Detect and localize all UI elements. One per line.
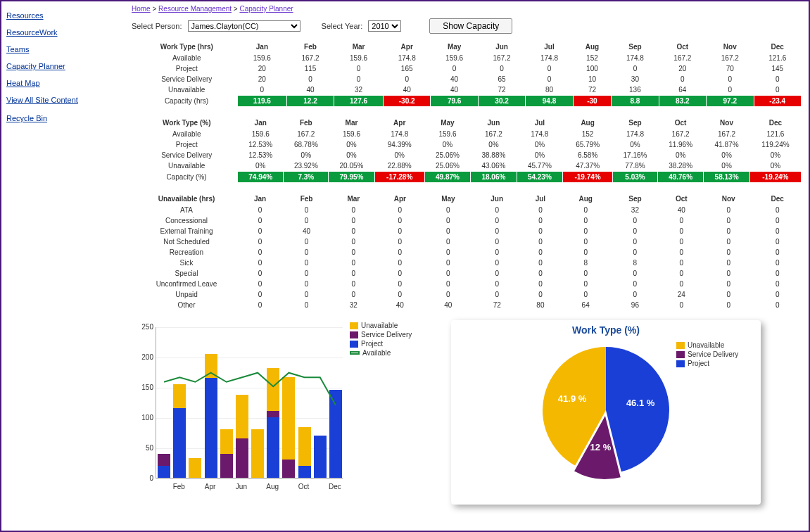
cell: 30	[612, 74, 659, 84]
cell: 0	[474, 236, 521, 247]
crumb-cp[interactable]: Capacity Planner	[239, 5, 293, 13]
capacity-row: Capacity (%)74.94%7.3%79.95%-17.28%49.87…	[132, 172, 802, 183]
cell: 10	[573, 74, 611, 84]
capacity-row: Capacity (hrs)119.612.2127.6-30.279.630.…	[132, 96, 802, 107]
month-header: Nov	[707, 41, 754, 53]
capacity-cell: 49.76%	[657, 172, 703, 183]
row-label: Not Scheduled	[132, 236, 237, 247]
table-title: Unavailable (hrs)	[132, 193, 237, 205]
table-work-type-pct: Work Type (%)JanFebMarAprMayJunJulAugSep…	[132, 117, 802, 183]
cell: 0	[659, 258, 704, 268]
nav-resources[interactable]: Resources	[5, 8, 121, 23]
cell: 0	[330, 226, 377, 236]
cell: 0	[283, 279, 330, 289]
cell: 0	[659, 74, 706, 84]
cell: 0%	[749, 160, 801, 172]
cell: 0	[521, 215, 561, 226]
nav-recycle-bin[interactable]: Recycle Bin	[5, 111, 121, 125]
capacity-cell: 5.03%	[613, 172, 658, 183]
cell: 0	[423, 258, 474, 268]
crumb-home[interactable]: Home	[132, 5, 151, 13]
capacity-cell: 94.8	[526, 96, 573, 107]
cell: 0	[474, 226, 521, 236]
x-label: Oct	[296, 483, 312, 490]
cell: 0	[237, 279, 283, 289]
crumb-rm[interactable]: Resource Management	[158, 5, 232, 13]
cell: 64	[560, 300, 611, 310]
capacity-cell: 97.2	[707, 96, 754, 107]
cell: 0	[237, 215, 283, 226]
cell: 0	[283, 215, 330, 226]
capacity-cell: 12.2	[286, 96, 334, 107]
x-label: Apr	[202, 483, 219, 490]
row-label: Concessional	[132, 215, 237, 226]
table-row: External Training0400000000000	[132, 226, 802, 236]
cell: 0	[283, 300, 330, 310]
month-header: Jul	[521, 193, 561, 205]
row-label: Unavailable	[132, 84, 238, 96]
nav-heat-map[interactable]: Heat Map	[5, 76, 121, 90]
cell: 0	[611, 236, 659, 247]
month-header: Mar	[329, 117, 374, 129]
month-header: Aug	[573, 41, 611, 53]
breadcrumb: Home > Resource Management > Capacity Pl…	[132, 5, 802, 13]
cell: 0	[474, 289, 521, 300]
cell: 152	[573, 53, 611, 63]
cell: 0	[659, 300, 704, 310]
table-row: Project12.53%68.78%0%94.39%0%0%0%65.79%0…	[132, 139, 802, 150]
cell: 0	[753, 236, 802, 247]
cell: 0	[330, 247, 377, 258]
person-select[interactable]: James.Clayton(CC)	[188, 20, 300, 32]
cell: 0	[753, 279, 802, 289]
cell: 159.6	[334, 53, 384, 63]
cell: 20	[238, 63, 287, 74]
cell: 121.6	[754, 53, 802, 63]
cell: 41.87%	[704, 139, 749, 150]
nav-capacity-planner[interactable]: Capacity Planner	[5, 59, 121, 73]
cell: 0	[474, 279, 521, 289]
cell: 174.8	[374, 129, 424, 139]
x-label: Jun	[233, 483, 250, 490]
cell: 0%	[424, 139, 470, 150]
table-row: Unconfirmed Leave000000000000	[132, 279, 802, 289]
cell: 0	[377, 279, 423, 289]
cell: 0	[704, 205, 753, 215]
capacity-cell: 79.6	[431, 96, 478, 107]
cell: 80	[526, 84, 573, 96]
show-capacity-button[interactable]: Show Capacity	[429, 18, 512, 34]
row-label: External Training	[132, 226, 237, 236]
cell: 167.2	[286, 53, 334, 63]
cell: 159.6	[431, 53, 478, 63]
table-row: Special000000000000	[132, 268, 802, 279]
row-label: Service Delivery	[132, 74, 238, 84]
month-header: Nov	[704, 117, 749, 129]
table-row: Service Delivery20000406501030000	[132, 74, 802, 84]
cell: 72	[478, 84, 525, 96]
cell: 38.88%	[471, 150, 517, 160]
cell: 0	[237, 226, 283, 236]
month-header: Mar	[334, 41, 384, 53]
cell: 165	[383, 63, 430, 74]
cell: 0	[521, 258, 561, 268]
cell: 25.06%	[424, 160, 470, 172]
row-label: Unavailable	[132, 160, 238, 172]
cell: 25.06%	[424, 150, 470, 160]
cell: 136	[612, 84, 659, 96]
cell: 32	[611, 205, 659, 215]
nav-view-all[interactable]: View All Site Content	[5, 93, 121, 107]
nav-resourcework[interactable]: ResourceWork	[5, 25, 121, 39]
table-row: Available159.6167.2159.6174.8159.6167.21…	[132, 53, 802, 63]
cell: 8	[560, 258, 611, 268]
cell: 0	[238, 84, 287, 96]
cell: 0	[754, 74, 802, 84]
capacity-cell: 54.23%	[517, 172, 562, 183]
cell: 0	[612, 63, 659, 74]
cell: 0%	[657, 150, 703, 160]
nav-teams[interactable]: Teams	[5, 42, 121, 56]
pie-chart: Work Type (%) 46.1 %12 %41.9 % Unavailab…	[451, 320, 761, 505]
capacity-cell: -17.28%	[374, 172, 424, 183]
month-header: May	[424, 117, 470, 129]
year-select[interactable]: 2010	[368, 20, 401, 32]
cell: 0	[753, 205, 802, 215]
cell: 0	[704, 289, 753, 300]
